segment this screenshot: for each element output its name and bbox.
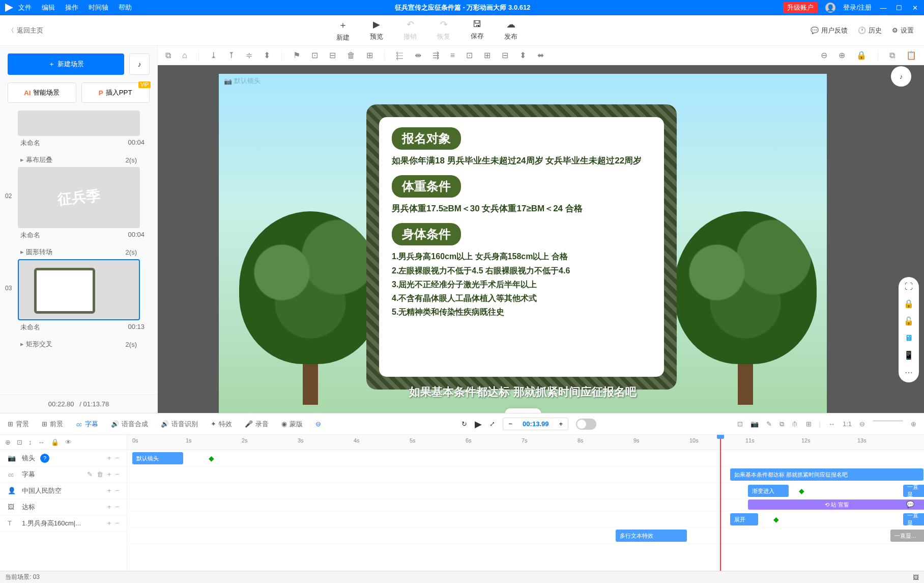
- align-top-icon[interactable]: ⤒: [228, 50, 235, 60]
- lock-open-icon[interactable]: 🔓: [904, 316, 914, 326]
- menu-file[interactable]: 文件: [18, 3, 32, 12]
- layers-icon[interactable]: ⧉: [779, 420, 784, 428]
- zoom-in-icon[interactable]: ⊕: [911, 420, 916, 428]
- home-icon[interactable]: ⌂: [182, 51, 187, 60]
- zoom-slider[interactable]: [873, 420, 903, 422]
- tool-icon[interactable]: ⊟: [329, 50, 336, 60]
- publish-button[interactable]: ☁发布: [504, 19, 517, 42]
- time-decrease-button[interactable]: −: [503, 418, 517, 430]
- mobile-icon[interactable]: 📱: [904, 350, 914, 360]
- distribute-icon[interactable]: ⇼: [415, 50, 421, 60]
- tool-icon[interactable]: ⊡: [466, 50, 473, 60]
- zoom-out-icon[interactable]: ⊖: [821, 50, 827, 60]
- transition-item[interactable]: ▸ 矩形交叉2(s): [8, 337, 150, 351]
- tab-background[interactable]: ⊞背景: [8, 420, 29, 429]
- scene-item[interactable]: 03 未命名00:13: [8, 259, 150, 335]
- fullscreen-icon[interactable]: ⛶: [905, 282, 913, 291]
- more-icon[interactable]: ⊖: [315, 420, 321, 428]
- paste-icon[interactable]: 📋: [906, 50, 916, 60]
- track-label-element[interactable]: 🖼 达标 +−: [0, 499, 127, 515]
- tab-record[interactable]: 🎤录音: [245, 420, 269, 429]
- plus-icon[interactable]: +: [107, 487, 111, 494]
- copy-icon[interactable]: ⧉: [889, 51, 895, 60]
- preview-button[interactable]: ▶预览: [370, 19, 383, 42]
- close-button[interactable]: ✕: [911, 4, 919, 12]
- tab-mask[interactable]: ◉蒙版: [281, 420, 303, 429]
- zoom-in-icon[interactable]: ⊕: [839, 50, 845, 60]
- maximize-button[interactable]: ☐: [895, 4, 903, 12]
- tab-asr[interactable]: 🔊语音识别: [161, 420, 198, 429]
- align-bottom-icon[interactable]: ⤓: [210, 50, 217, 60]
- play-button[interactable]: ▶: [475, 419, 482, 430]
- track-label-element[interactable]: T 1.男兵身高160cm|... +−: [0, 515, 127, 532]
- login-button[interactable]: 登录/注册: [843, 3, 872, 12]
- clip-camera[interactable]: 默认镜头: [132, 452, 183, 464]
- tool-icon[interactable]: ⊞: [806, 420, 812, 428]
- clip-expand[interactable]: 展开: [730, 513, 758, 525]
- help-icon[interactable]: ?: [40, 454, 49, 463]
- image-icon[interactable]: 🖼: [913, 574, 919, 581]
- align-right-icon[interactable]: ⇶: [432, 50, 439, 60]
- collapse-button[interactable]: ⌄: [505, 408, 541, 413]
- tool-icon[interactable]: ⊞: [366, 50, 373, 60]
- tool-icon[interactable]: ⊡: [311, 50, 318, 60]
- track-label-element[interactable]: 👤 中国人民防空 +−: [0, 483, 127, 499]
- playhead[interactable]: [720, 435, 721, 571]
- clip-multitext[interactable]: 多行文本特效: [616, 530, 687, 542]
- clip-subtitle[interactable]: 如果基本条件都达标 那就抓紧时间应征报名吧: [730, 468, 923, 481]
- tool-icon[interactable]: ↕: [28, 438, 32, 446]
- insert-ppt-button[interactable]: P插入PPTVIP: [81, 82, 150, 103]
- tool-icon[interactable]: ↔: [38, 438, 45, 446]
- menu-timeline[interactable]: 时间轴: [89, 3, 108, 12]
- tab-tts[interactable]: 🔊语音合成: [111, 420, 148, 429]
- minus-icon[interactable]: −: [115, 454, 119, 462]
- zoom-out-icon[interactable]: ⊖: [859, 420, 865, 428]
- minimize-button[interactable]: —: [879, 4, 887, 12]
- lock-icon[interactable]: 🔒: [856, 50, 867, 60]
- tool-icon[interactable]: ⊟: [502, 50, 508, 60]
- lock-closed-icon[interactable]: 🔒: [904, 299, 914, 309]
- redo-button[interactable]: ↷恢复: [437, 19, 450, 42]
- clip-fadein[interactable]: 渐变进入: [748, 485, 789, 497]
- tool-icon[interactable]: ⬍: [519, 50, 526, 60]
- filter-icon[interactable]: ⫛: [792, 420, 798, 428]
- canvas-stage[interactable]: 📷默认镜头 报名对象 如果你年满18 男兵毕业生未超过24周岁 女兵毕业生未超过…: [219, 74, 827, 413]
- upgrade-button[interactable]: 升级账户: [783, 2, 818, 13]
- menu-operate[interactable]: 操作: [65, 3, 78, 12]
- align-left-icon[interactable]: ⬱: [396, 51, 403, 60]
- new-scene-button[interactable]: ＋新建场景: [8, 53, 124, 75]
- music-button[interactable]: ♪: [129, 53, 150, 75]
- feedback-button[interactable]: 💬用户反馈: [811, 26, 848, 35]
- add-keyframe-icon[interactable]: ◆: [799, 487, 807, 495]
- new-button[interactable]: ＋新建: [336, 19, 350, 42]
- track-label-subtitle[interactable]: ㏄ 字幕 ✎🗑+−: [0, 466, 127, 483]
- flag-icon[interactable]: ⚑: [293, 50, 300, 60]
- menu-edit[interactable]: 编辑: [42, 3, 55, 12]
- edit-icon[interactable]: ✎: [766, 420, 772, 428]
- scene-item[interactable]: 02 征兵季 未命名00:04: [8, 167, 150, 242]
- plus-icon[interactable]: +: [107, 470, 111, 478]
- time-increase-button[interactable]: +: [554, 418, 568, 430]
- scene-thumbnail[interactable]: [18, 259, 140, 320]
- add-keyframe-icon[interactable]: ◆: [773, 515, 782, 523]
- tool-icon[interactable]: 1:1: [843, 420, 852, 428]
- tab-effects[interactable]: ✦特效: [211, 420, 232, 429]
- more-icon[interactable]: ⋯: [905, 368, 913, 377]
- history-button[interactable]: 🕐历史: [858, 26, 882, 35]
- tab-subtitle[interactable]: ㏄字幕: [76, 420, 98, 429]
- edit-icon[interactable]: ✎: [87, 470, 93, 478]
- tool-icon[interactable]: ≡: [450, 51, 455, 60]
- music-float-button[interactable]: ♪: [891, 66, 911, 87]
- settings-button[interactable]: ⚙设置: [892, 26, 914, 35]
- minus-icon[interactable]: −: [115, 470, 119, 478]
- tab-foreground[interactable]: ⊞前景: [42, 420, 63, 429]
- transition-item[interactable]: ▸ 幕布层叠2(s): [8, 153, 150, 167]
- chat-icon[interactable]: 💬 ⋯: [906, 501, 923, 508]
- tool-icon[interactable]: ⬌: [537, 50, 544, 60]
- rewind-icon[interactable]: ↻: [461, 420, 467, 428]
- plus-icon[interactable]: +: [107, 454, 111, 462]
- menu-help[interactable]: 帮助: [119, 3, 132, 12]
- add-keyframe-icon[interactable]: ◆: [209, 454, 217, 462]
- tool-icon[interactable]: ⊞: [484, 50, 490, 60]
- layers-icon[interactable]: ⧉: [165, 51, 171, 60]
